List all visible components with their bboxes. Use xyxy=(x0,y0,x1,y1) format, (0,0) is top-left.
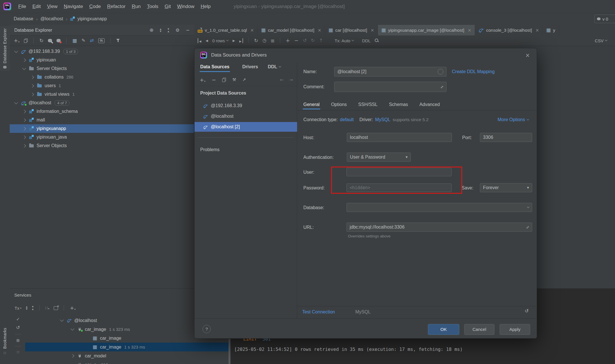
tab-drivers[interactable]: Drivers xyxy=(242,64,258,69)
expand-all-icon[interactable] xyxy=(26,306,27,310)
export-format-selector[interactable]: CSV xyxy=(595,38,607,43)
close-icon[interactable] xyxy=(525,52,530,58)
close-icon[interactable] xyxy=(370,28,374,33)
name-field[interactable]: @localhost [2] xyxy=(334,67,446,77)
chevron-right-icon[interactable] xyxy=(71,354,74,358)
add-row-icon[interactable]: + xyxy=(286,38,290,43)
commit-check-icon[interactable]: ✓ xyxy=(16,317,20,321)
tree-row[interactable]: Server Objects xyxy=(10,141,194,150)
chevron-right-icon[interactable] xyxy=(22,135,26,139)
tree-row[interactable]: @192.168.3.39 1 of 3 xyxy=(10,47,194,56)
menu-run[interactable]: Run xyxy=(129,4,144,9)
expand-all-icon[interactable] xyxy=(160,28,161,33)
chevron-right-icon[interactable] xyxy=(22,127,26,131)
chevron-right-icon[interactable] xyxy=(22,144,26,148)
tab-data-sources[interactable]: Data Sources xyxy=(200,64,229,69)
collapse-all-icon[interactable] xyxy=(32,306,33,310)
apply-button[interactable]: Apply xyxy=(500,324,530,335)
breadcrumb-database[interactable]: Database xyxy=(14,16,33,21)
chevron-right-icon[interactable] xyxy=(22,58,26,62)
data-source-widget[interactable]: v 0 xyxy=(594,15,615,23)
tree-row[interactable]: Server Objects xyxy=(10,64,194,73)
ddl-button[interactable]: DDL xyxy=(362,38,370,43)
stop-icon[interactable]: ■ xyxy=(271,39,275,43)
close-icon[interactable] xyxy=(250,28,254,33)
chevron-down-icon[interactable] xyxy=(71,327,74,331)
forward-arrow-icon[interactable]: → xyxy=(289,78,293,82)
group-by-icon[interactable]: ∷ xyxy=(45,306,49,310)
chevron-down-icon[interactable] xyxy=(71,362,74,364)
reset-icon[interactable]: ↺ xyxy=(525,309,529,313)
last-page-icon[interactable] xyxy=(239,38,243,43)
first-page-icon[interactable] xyxy=(198,38,201,43)
refresh-icon[interactable]: ↻ xyxy=(39,38,43,43)
data-source-properties-icon[interactable] xyxy=(48,39,52,42)
tab-general[interactable]: General xyxy=(303,102,320,107)
previous-page-icon[interactable]: ◀ xyxy=(206,39,208,42)
menu-file[interactable]: File xyxy=(15,4,29,9)
tab-console-3[interactable]: console_3 [@localhost] xyxy=(475,25,543,35)
tab-car[interactable]: ▦ car [@localhost] xyxy=(325,25,378,35)
driver-link[interactable]: MySQL xyxy=(375,117,390,122)
menu-navigate[interactable]: Navigate xyxy=(61,4,86,9)
chevron-right-icon[interactable] xyxy=(30,93,34,96)
tab-car-model[interactable]: ▦ car_model [@localhost] xyxy=(258,25,325,35)
tab-car-image-active[interactable]: ▦ yipingxuanapp.car_image [@localhost] xyxy=(378,25,475,35)
wrench-icon[interactable]: ⚒ xyxy=(232,78,236,82)
jump-to-console-icon[interactable]: ⇄ xyxy=(90,38,94,43)
test-connection-link[interactable]: Test Connection xyxy=(302,309,335,315)
breadcrumb-schema[interactable]: yipingxuanapp xyxy=(77,16,107,21)
close-icon[interactable] xyxy=(468,28,471,33)
service-row-selected[interactable]: ▦ car_image 1 s 323 ms xyxy=(25,343,229,351)
locate-object-icon[interactable]: ⊕ xyxy=(149,28,153,33)
chevron-down-icon[interactable] xyxy=(14,49,18,53)
modify-pencil-icon[interactable]: ✎ xyxy=(81,38,85,43)
tree-row[interactable]: information_schema xyxy=(10,107,194,116)
tree-row[interactable]: virtual views 1 xyxy=(10,90,194,99)
query-console-icon[interactable] xyxy=(98,38,105,43)
tree-row[interactable]: collations 286 xyxy=(10,73,194,81)
create-ddl-mapping-link[interactable]: Create DDL Mapping xyxy=(452,69,495,74)
scrollbar-thumb[interactable] xyxy=(229,339,230,364)
ok-button[interactable]: OK xyxy=(428,324,459,335)
add-data-source-icon[interactable]: + xyxy=(200,77,205,83)
export-icon[interactable]: ↗ xyxy=(243,78,246,82)
tab-schemas[interactable]: Schemas xyxy=(389,102,408,107)
add-data-source-icon[interactable]: + xyxy=(14,38,19,43)
tab-sql-file[interactable]: v_1.0_creat_table.sql xyxy=(194,25,258,35)
close-icon[interactable] xyxy=(535,28,539,33)
expand-field-icon[interactable] xyxy=(439,84,444,90)
tree-row[interactable]: @localhost 4 of 7 xyxy=(10,99,194,107)
chevron-right-icon[interactable] xyxy=(22,110,26,113)
disconnect-icon[interactable] xyxy=(57,39,61,42)
chevron-down-icon[interactable] xyxy=(14,101,18,104)
service-row[interactable]: car_model xyxy=(25,351,229,360)
chevron-down-icon[interactable] xyxy=(22,66,26,70)
revert-icon[interactable]: ↺ xyxy=(303,38,307,43)
tab-ssh-ssl[interactable]: SSH/SSL xyxy=(358,102,378,107)
problems-link[interactable]: Problems xyxy=(200,147,220,152)
url-field[interactable]: jdbc:mysql://localhost:3306 xyxy=(346,223,532,232)
tab-clipped[interactable]: ▦ y xyxy=(543,25,559,35)
collapse-all-icon[interactable] xyxy=(168,28,169,33)
menu-view[interactable]: View xyxy=(44,4,61,9)
hide-panel-icon[interactable]: − xyxy=(186,28,190,33)
tree-row[interactable]: yipinxuan xyxy=(10,56,194,64)
query-history-icon[interactable]: ◷ xyxy=(263,38,267,43)
duplicate-icon[interactable] xyxy=(24,39,28,43)
menu-tools[interactable]: Tools xyxy=(144,4,162,9)
service-row[interactable]: car 1 s 318 ms xyxy=(25,360,229,364)
menu-edit[interactable]: Edit xyxy=(29,4,44,9)
gear-icon[interactable]: ⚙ xyxy=(175,28,179,33)
back-arrow-icon[interactable]: ← xyxy=(280,78,283,82)
chevron-down-icon[interactable] xyxy=(60,318,64,322)
close-icon[interactable] xyxy=(318,28,321,33)
tree-row-selected[interactable]: yipingxuanapp xyxy=(10,124,194,133)
database-combo[interactable] xyxy=(346,203,532,212)
tree-row[interactable]: mall xyxy=(10,116,194,124)
tree-row[interactable]: yipinxuan_java xyxy=(10,133,194,141)
chevron-right-icon[interactable] xyxy=(22,118,26,122)
next-page-icon[interactable]: ▶ xyxy=(233,39,235,42)
dialog-titlebar[interactable]: DG Data Sources and Drivers xyxy=(195,48,537,62)
tx-toggle[interactable]: Tx xyxy=(15,306,21,311)
